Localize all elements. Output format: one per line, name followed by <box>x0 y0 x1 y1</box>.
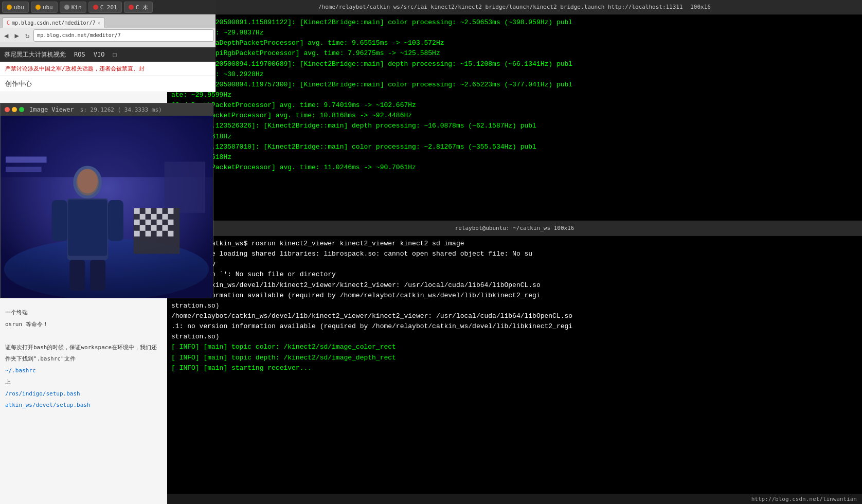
kin-icon <box>64 5 69 10</box>
terminal-bottom: relaybot@ubuntu: ~/catkin_ws 100x16 ubun… <box>167 221 862 504</box>
b-term-line-11: [ INFO] [main] topic color: /kinect2/sd/… <box>171 342 858 352</box>
iv-minimize-btn[interactable] <box>12 107 17 112</box>
status-url: http://blog.csdn.net/linwantian <box>751 496 857 502</box>
taskbar-btn-ubu1[interactable]: ubu <box>2 2 29 13</box>
ubu1-icon <box>7 5 12 10</box>
tab-close-icon[interactable]: ✕ <box>98 21 100 26</box>
c201-icon <box>93 5 98 10</box>
ubu2-icon <box>35 5 41 10</box>
b-term-line-13: [ INFO] [main] starting receiver... <box>171 363 858 373</box>
b-term-line-7: stration.so) <box>171 301 858 311</box>
b-term-line-9: .1: no version information available (re… <box>171 321 858 332</box>
kinect-image-svg <box>1 116 213 298</box>
b-term-line-5: laybot/catkin_ws/devel/lib/kinect2_viewe… <box>171 280 858 291</box>
term-line-2: ishing rate: ~29.9837Hz <box>171 28 858 38</box>
terminal-top: /home/relaybot/catkin_ws/src/iai_kinect2… <box>167 0 862 221</box>
term-line-6: ishing rate: ~30.2928Hz <box>171 69 858 80</box>
term-line-5: [ INFO] [1520500894.119700689]: [Kinect2… <box>171 59 858 69</box>
image-viewer-window: Image Viewer s: 29.1262 ( 34.3333 ms) <box>0 103 213 298</box>
taskbar: ubu ubu Kin C 201 C 木 <box>0 0 216 14</box>
address-bar[interactable]: mp.blog.csdn.net/mdeditor/7 <box>33 29 214 42</box>
term-line-14: ate: ~29.9618Hz <box>171 152 858 163</box>
term-line-13: 1520500897.123587010]: [Kinect2Bridge::m… <box>171 142 858 152</box>
iv-stats: s: 29.1262 ( 34.3333 ms) <box>80 106 162 113</box>
term-line-15: [CudaDepthPacketProcessor] avg. time: 11… <box>171 163 858 173</box>
back-button[interactable]: ◀ <box>2 30 10 41</box>
blog-warning-text: 严禁讨论涉及中国之军/政相关话题，违者会被禁直、封 <box>5 65 211 73</box>
b-term-line-8: /home/relaybot/catkin_ws/devel/lib/kinec… <box>171 311 858 321</box>
image-viewer-content <box>1 116 213 298</box>
nav-item-ros[interactable]: ROS <box>74 51 85 58</box>
term-line-10: [VaapiRgbPacketProcessor] avg. time: 10.… <box>171 111 858 121</box>
iv-maximize-btn[interactable] <box>19 107 24 112</box>
svg-rect-34 <box>1 116 213 298</box>
term-line-12: ate: ~29.9618Hz <box>171 132 858 142</box>
blog-section-label: 创作中心 <box>5 80 32 87</box>
term-line-7: [ INFO] [1520500894.119757300]: [Kinect2… <box>171 80 858 90</box>
b-term-line-3: r directory <box>171 259 858 269</box>
terminal-top-title: /home/relaybot/catkin_ws/src/iai_kinect2… <box>318 4 711 10</box>
tab-favicon: C <box>7 20 10 26</box>
terminal-area: /home/relaybot/catkin_ws/src/iai_kinect2… <box>167 0 862 504</box>
taskbar-btn-c201[interactable]: C 201 <box>88 2 122 13</box>
browser-chrome: C mp.blog.csdn.net/mdeditor/7 ✕ ◀ ▶ ↻ mp… <box>0 14 216 47</box>
iv-close-btn[interactable] <box>5 107 10 112</box>
nav-item-vio[interactable]: VIO <box>94 51 105 58</box>
cmu-icon <box>129 5 134 10</box>
taskbar-btn-kin[interactable]: Kin <box>60 2 86 13</box>
browser-toolbar: ◀ ▶ ↻ mp.blog.csdn.net/mdeditor/7 <box>0 28 216 43</box>
term-line-3: [Info] [CudaDepthPacketProcessor] avg. t… <box>171 38 858 48</box>
terminal-bottom-title: relaybot@ubuntu: ~/catkin_ws 100x16 <box>455 225 574 231</box>
b-term-line-4: nnot search `': No such file or director… <box>171 269 858 280</box>
b-term-line-10: stration.so) <box>171 332 858 342</box>
status-bar: http://blog.csdn.net/linwantian <box>167 494 862 504</box>
taskbar-btn-cmu[interactable]: C 木 <box>124 2 153 13</box>
refresh-button[interactable]: ↻ <box>23 30 31 41</box>
browser-tab[interactable]: C mp.blog.csdn.net/mdeditor/7 ✕ <box>2 17 105 28</box>
b-term-cursor-line <box>171 373 858 384</box>
term-line-9: [CudaDepthPacketProcessor] avg. time: 9.… <box>171 100 858 111</box>
browser-tab-bar: C mp.blog.csdn.net/mdeditor/7 ✕ <box>0 14 216 28</box>
b-term-line-6: ersion information available (required b… <box>171 291 858 301</box>
taskbar-btn-ubu2[interactable]: ubu <box>31 2 58 13</box>
term-line-8: ate: ~29.9599Hz <box>171 90 858 100</box>
blog-header-section: 严禁讨论涉及中国之军/政相关话题，违者会被禁直、封 <box>0 62 216 76</box>
b-term-line-12: [ INFO] [main] topic depth: /kinect2/sd/… <box>171 353 858 363</box>
blog-nav: 慕尼黑工大计算机视觉 ROS VIO □ <box>0 47 216 62</box>
nav-item-title[interactable]: 慕尼黑工大计算机视觉 <box>4 50 66 59</box>
term-line-1: [ INFO] [1520500891.115891122]: [Kinect2… <box>171 17 858 28</box>
term-line-4: [Info] [VaapiRgbPacketProcessor] avg. ti… <box>171 48 858 59</box>
terminal-top-body[interactable]: [ INFO] [1520500891.115891122]: [Kinect2… <box>167 14 862 221</box>
terminal-bottom-titlebar: relaybot@ubuntu: ~/catkin_ws 100x16 <box>167 221 862 236</box>
terminal-top-titlebar: /home/relaybot/catkin_ws/src/iai_kinect2… <box>167 0 862 14</box>
term-line-11: 1520500897.123526326]: [Kinect2Bridge::m… <box>171 121 858 131</box>
iv-title: Image Viewer <box>29 106 74 113</box>
forward-button[interactable]: ▶ <box>12 30 21 41</box>
image-viewer-titlebar: Image Viewer s: 29.1262 ( 34.3333 ms) <box>1 103 213 116</box>
blog-creation-section: 创作中心 <box>0 76 216 92</box>
b-term-line-2: error while loading shared libraries: li… <box>171 249 858 259</box>
b-term-line-1: ubuntu:~/catkin_ws$ rosrun kinect2_viewe… <box>171 239 858 249</box>
terminal-bottom-body[interactable]: ubuntu:~/catkin_ws$ rosrun kinect2_viewe… <box>167 236 862 504</box>
nav-item-doc: □ <box>113 51 116 58</box>
